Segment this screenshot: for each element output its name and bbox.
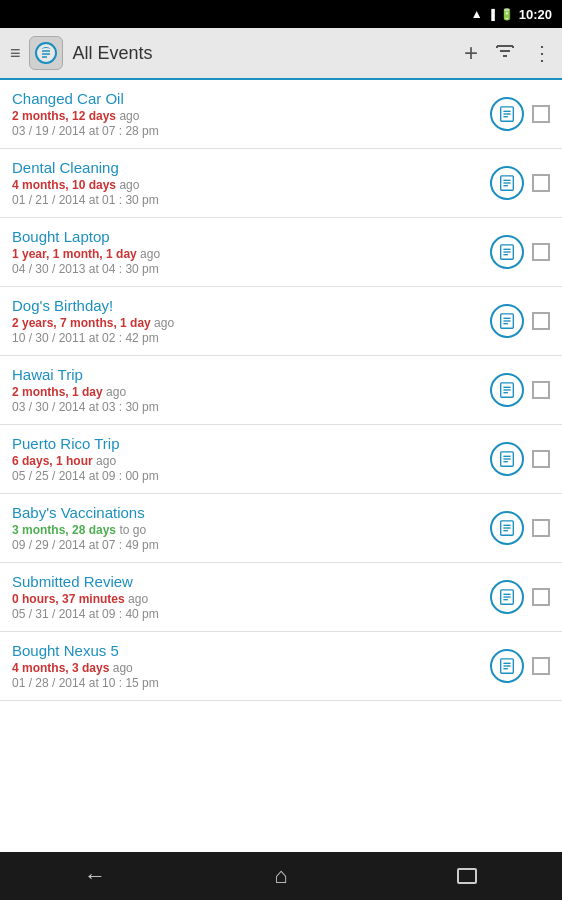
- svg-rect-45: [458, 869, 476, 883]
- event-list: Changed Car Oil2 months, 12 days ago03 /…: [0, 80, 562, 852]
- list-item: Baby's Vaccinations3 months, 28 days to …: [0, 494, 562, 563]
- add-event-button[interactable]: +: [464, 39, 478, 67]
- event-content: Submitted Review0 hours, 37 minutes ago0…: [12, 573, 490, 621]
- event-checkbox[interactable]: [532, 105, 550, 123]
- note-icon-button[interactable]: [490, 511, 524, 545]
- event-content: Puerto Rico Trip6 days, 1 hour ago05 / 2…: [12, 435, 490, 483]
- event-actions: [490, 235, 550, 269]
- event-title[interactable]: Dog's Birthday!: [12, 297, 490, 314]
- list-item: Changed Car Oil2 months, 12 days ago03 /…: [0, 80, 562, 149]
- wifi-icon: ▲: [471, 7, 483, 21]
- status-bar: ▲ ▐ 🔋 10:20: [0, 0, 562, 28]
- event-actions: [490, 304, 550, 338]
- event-title[interactable]: Hawai Trip: [12, 366, 490, 383]
- home-button[interactable]: ⌂: [274, 863, 287, 889]
- note-icon-button[interactable]: [490, 442, 524, 476]
- event-checkbox[interactable]: [532, 381, 550, 399]
- event-actions: [490, 580, 550, 614]
- event-checkbox[interactable]: [532, 174, 550, 192]
- note-icon-button[interactable]: [490, 373, 524, 407]
- event-checkbox[interactable]: [532, 657, 550, 675]
- event-date: 09 / 29 / 2014 at 07 : 49 pm: [12, 538, 490, 552]
- note-icon-button[interactable]: [490, 97, 524, 131]
- event-content: Dog's Birthday!2 years, 7 months, 1 day …: [12, 297, 490, 345]
- event-relative-time: 6 days, 1 hour ago: [12, 454, 490, 468]
- app-logo: [29, 36, 63, 70]
- event-date: 04 / 30 / 2013 at 04 : 30 pm: [12, 262, 490, 276]
- list-item: Dog's Birthday!2 years, 7 months, 1 day …: [0, 287, 562, 356]
- event-actions: [490, 97, 550, 131]
- event-actions: [490, 649, 550, 683]
- event-title[interactable]: Submitted Review: [12, 573, 490, 590]
- event-content: Hawai Trip2 months, 1 day ago03 / 30 / 2…: [12, 366, 490, 414]
- event-title[interactable]: Changed Car Oil: [12, 90, 490, 107]
- note-icon-button[interactable]: [490, 649, 524, 683]
- signal-icon: ▐: [488, 9, 495, 20]
- event-checkbox[interactable]: [532, 312, 550, 330]
- battery-icon: 🔋: [500, 8, 514, 21]
- event-checkbox[interactable]: [532, 450, 550, 468]
- event-content: Baby's Vaccinations3 months, 28 days to …: [12, 504, 490, 552]
- note-icon-button[interactable]: [490, 304, 524, 338]
- event-relative-time: 2 months, 12 days ago: [12, 109, 490, 123]
- event-relative-time: 2 years, 7 months, 1 day ago: [12, 316, 490, 330]
- event-checkbox[interactable]: [532, 243, 550, 261]
- note-icon-button[interactable]: [490, 166, 524, 200]
- event-actions: [490, 511, 550, 545]
- event-relative-time: 0 hours, 37 minutes ago: [12, 592, 490, 606]
- event-title[interactable]: Puerto Rico Trip: [12, 435, 490, 452]
- event-title[interactable]: Bought Laptop: [12, 228, 490, 245]
- event-relative-time: 2 months, 1 day ago: [12, 385, 490, 399]
- list-item: Bought Nexus 54 months, 3 days ago01 / 2…: [0, 632, 562, 701]
- list-item: Puerto Rico Trip6 days, 1 hour ago05 / 2…: [0, 425, 562, 494]
- event-content: Dental Cleaning4 months, 10 days ago01 /…: [12, 159, 490, 207]
- more-options-button[interactable]: ⋮: [532, 41, 552, 65]
- event-content: Bought Laptop1 year, 1 month, 1 day ago0…: [12, 228, 490, 276]
- event-checkbox[interactable]: [532, 519, 550, 537]
- event-date: 03 / 30 / 2014 at 03 : 30 pm: [12, 400, 490, 414]
- note-icon-button[interactable]: [490, 235, 524, 269]
- list-item: Dental Cleaning4 months, 10 days ago01 /…: [0, 149, 562, 218]
- event-relative-time: 1 year, 1 month, 1 day ago: [12, 247, 490, 261]
- top-bar-actions: + ⋮: [464, 39, 552, 67]
- status-icons: ▲ ▐ 🔋 10:20: [471, 7, 552, 22]
- event-date: 01 / 21 / 2014 at 01 : 30 pm: [12, 193, 490, 207]
- event-actions: [490, 373, 550, 407]
- page-title: All Events: [73, 43, 464, 64]
- event-date: 05 / 25 / 2014 at 09 : 00 pm: [12, 469, 490, 483]
- recent-apps-button[interactable]: [456, 867, 478, 885]
- event-date: 03 / 19 / 2014 at 07 : 28 pm: [12, 124, 490, 138]
- event-title[interactable]: Baby's Vaccinations: [12, 504, 490, 521]
- event-actions: [490, 442, 550, 476]
- filter-button[interactable]: [494, 40, 516, 67]
- event-relative-time: 4 months, 10 days ago: [12, 178, 490, 192]
- top-bar: ≡ All Events + ⋮: [0, 28, 562, 80]
- event-checkbox[interactable]: [532, 588, 550, 606]
- menu-icon[interactable]: ≡: [10, 43, 21, 64]
- list-item: Bought Laptop1 year, 1 month, 1 day ago0…: [0, 218, 562, 287]
- event-content: Changed Car Oil2 months, 12 days ago03 /…: [12, 90, 490, 138]
- event-title[interactable]: Bought Nexus 5: [12, 642, 490, 659]
- event-title[interactable]: Dental Cleaning: [12, 159, 490, 176]
- svg-point-0: [36, 43, 56, 63]
- event-date: 01 / 28 / 2014 at 10 : 15 pm: [12, 676, 490, 690]
- list-item: Hawai Trip2 months, 1 day ago03 / 30 / 2…: [0, 356, 562, 425]
- event-date: 05 / 31 / 2014 at 09 : 40 pm: [12, 607, 490, 621]
- note-icon-button[interactable]: [490, 580, 524, 614]
- status-time: 10:20: [519, 7, 552, 22]
- event-date: 10 / 30 / 2011 at 02 : 42 pm: [12, 331, 490, 345]
- event-relative-time: 4 months, 3 days ago: [12, 661, 490, 675]
- list-item: Submitted Review0 hours, 37 minutes ago0…: [0, 563, 562, 632]
- back-button[interactable]: ←: [84, 863, 106, 889]
- event-relative-time: 3 months, 28 days to go: [12, 523, 490, 537]
- event-actions: [490, 166, 550, 200]
- event-content: Bought Nexus 54 months, 3 days ago01 / 2…: [12, 642, 490, 690]
- bottom-nav: ← ⌂: [0, 852, 562, 900]
